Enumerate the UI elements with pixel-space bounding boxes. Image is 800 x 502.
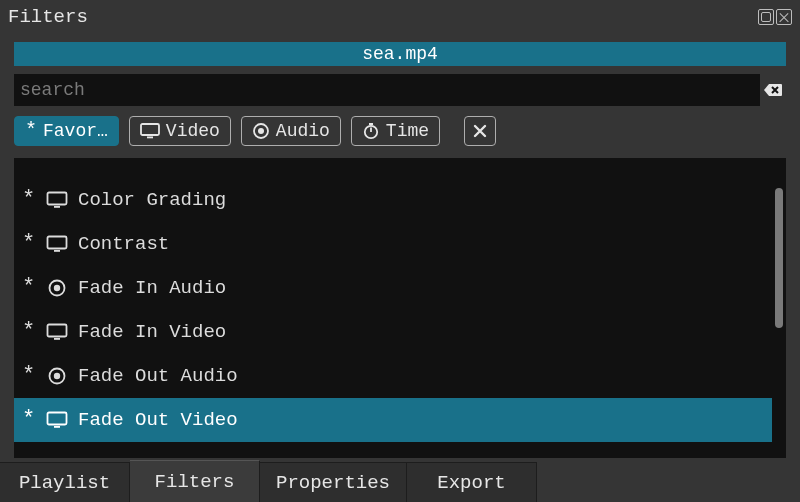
favorite-asterisk-icon: * <box>22 321 36 343</box>
stopwatch-icon <box>362 122 380 140</box>
filter-label: Color Grading <box>78 189 226 211</box>
favorite-asterisk-icon: * <box>22 233 36 255</box>
panel-body: sea.mp4 * Favor… <box>0 34 800 458</box>
current-file-name: sea.mp4 <box>362 44 438 64</box>
svg-point-14 <box>54 285 60 291</box>
filters-panel: Filters sea.mp4 * Favor… <box>0 0 800 502</box>
close-categories-button[interactable] <box>464 116 496 146</box>
favorite-asterisk-icon: * <box>22 365 36 387</box>
svg-rect-12 <box>54 250 60 252</box>
display-icon <box>140 123 160 139</box>
disc-icon <box>46 366 68 386</box>
favorite-asterisk-icon: * <box>22 189 36 211</box>
filter-item[interactable]: * <box>14 158 772 178</box>
svg-rect-11 <box>48 237 67 249</box>
svg-rect-19 <box>48 413 67 425</box>
filter-item[interactable]: *Contrast <box>14 222 772 266</box>
clear-search-icon[interactable] <box>760 83 786 97</box>
x-icon <box>473 124 487 138</box>
current-file-bar: sea.mp4 <box>14 42 786 66</box>
disc-icon <box>46 278 68 298</box>
svg-rect-10 <box>54 206 60 208</box>
category-audio[interactable]: Audio <box>241 116 341 146</box>
filter-label: Fade In Video <box>78 321 226 343</box>
scrollbar-thumb[interactable] <box>775 188 783 328</box>
titlebar: Filters <box>0 0 800 34</box>
category-video[interactable]: Video <box>129 116 231 146</box>
asterisk-icon: * <box>25 121 37 141</box>
filter-item[interactable]: *Fade Out Audio <box>14 354 772 398</box>
svg-rect-1 <box>147 137 153 139</box>
search-row <box>14 74 786 106</box>
tab-properties[interactable]: Properties <box>260 462 407 502</box>
svg-rect-0 <box>141 124 159 135</box>
svg-rect-9 <box>48 193 67 205</box>
favorite-asterisk-icon: * <box>22 409 36 431</box>
svg-point-18 <box>54 373 60 379</box>
filter-list-container: **Color Grading*Contrast*Fade In Audio*F… <box>14 158 786 458</box>
filter-item[interactable]: *Color Grading <box>14 178 772 222</box>
filter-item[interactable]: *Fade In Video <box>14 310 772 354</box>
panel-title: Filters <box>8 6 88 28</box>
search-input[interactable] <box>14 74 760 106</box>
filter-label: Fade In Audio <box>78 277 226 299</box>
category-favorites[interactable]: * Favor… <box>14 116 119 146</box>
display-icon <box>46 323 68 341</box>
category-time[interactable]: Time <box>351 116 440 146</box>
maximize-icon[interactable] <box>758 9 774 25</box>
filter-label: Contrast <box>78 233 169 255</box>
display-icon <box>46 235 68 253</box>
favorite-asterisk-icon: * <box>22 277 36 299</box>
tab-export[interactable]: Export <box>407 462 537 502</box>
svg-point-3 <box>258 128 264 134</box>
svg-rect-5 <box>369 123 373 125</box>
close-icon[interactable] <box>776 9 792 25</box>
filter-item[interactable]: *Fade Out Video <box>14 398 772 442</box>
disc-icon <box>252 122 270 140</box>
tab-playlist[interactable]: Playlist <box>0 462 130 502</box>
display-icon <box>46 411 68 429</box>
filter-item[interactable]: *Fade In Audio <box>14 266 772 310</box>
bottom-tabs: Playlist Filters Properties Export <box>0 462 800 502</box>
tab-filters[interactable]: Filters <box>130 460 260 502</box>
category-row: * Favor… Video A <box>14 114 786 148</box>
svg-rect-16 <box>54 338 60 340</box>
filter-label: Fade Out Audio <box>78 365 238 387</box>
svg-rect-20 <box>54 426 60 428</box>
filter-list[interactable]: **Color Grading*Contrast*Fade In Audio*F… <box>14 158 772 458</box>
display-icon <box>46 191 68 209</box>
filter-label: Fade Out Video <box>78 409 238 431</box>
svg-rect-15 <box>48 325 67 337</box>
